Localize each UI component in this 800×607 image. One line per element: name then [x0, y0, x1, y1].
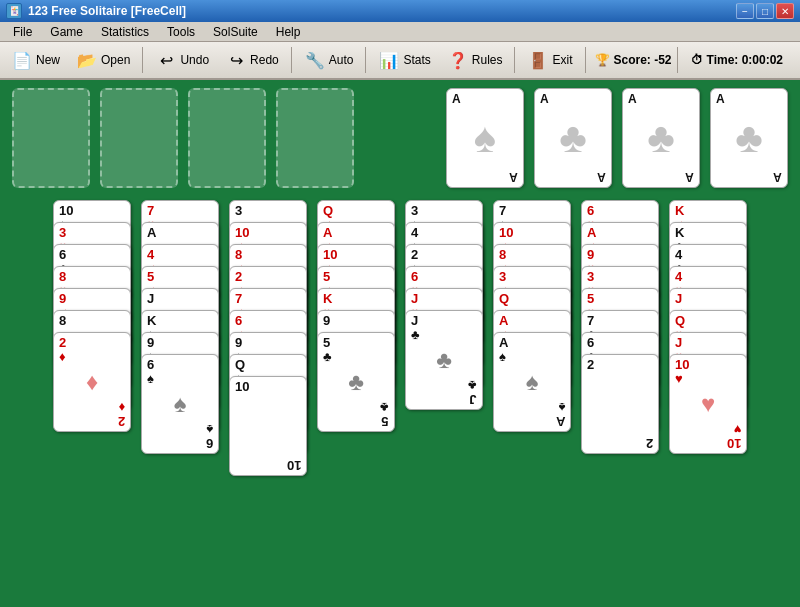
score-value: Score: -52	[614, 53, 672, 67]
foundation-pile[interactable]: A♣A	[534, 88, 612, 188]
card-placeholder[interactable]	[100, 88, 178, 188]
card-placeholder[interactable]	[188, 88, 266, 188]
open-icon: 📂	[76, 49, 98, 71]
menu-statistics[interactable]: Statistics	[92, 22, 158, 42]
exit-button[interactable]: 🚪 Exit	[520, 45, 579, 75]
app-icon: 🃏	[6, 3, 22, 19]
playing-card[interactable]: 2♦2♦♦	[53, 332, 131, 432]
window-title: 123 Free Solitaire [FreeCell]	[28, 4, 736, 18]
card-placeholder[interactable]	[276, 88, 354, 188]
time-value: Time: 0:00:02	[707, 53, 783, 67]
playing-card[interactable]: J♣J♣♣	[405, 310, 483, 410]
rules-icon: ❓	[447, 49, 469, 71]
auto-icon: 🔧	[304, 49, 326, 71]
toolbar: 📄 New 📂 Open ↩ Undo ↪ Redo 🔧 Auto 📊 Stat…	[0, 42, 800, 80]
auto-button[interactable]: 🔧 Auto	[297, 45, 361, 75]
time-area: ⏱ Time: 0:00:02	[691, 53, 783, 67]
new-icon: 📄	[11, 49, 33, 71]
playing-card[interactable]: 1010	[229, 376, 307, 476]
separator-1	[142, 47, 143, 73]
separator-6	[677, 47, 678, 73]
menu-game[interactable]: Game	[41, 22, 92, 42]
menu-bar: File Game Statistics Tools SolSuite Help	[0, 22, 800, 42]
clock-icon: ⏱	[691, 53, 703, 67]
playing-card[interactable]: 6♠6♠♠	[141, 354, 219, 454]
undo-button[interactable]: ↩ Undo	[148, 45, 216, 75]
open-button[interactable]: 📂 Open	[69, 45, 137, 75]
menu-solsuite[interactable]: SolSuite	[204, 22, 267, 42]
redo-button[interactable]: ↪ Redo	[218, 45, 286, 75]
separator-5	[585, 47, 586, 73]
window-controls: − □ ✕	[736, 3, 794, 19]
menu-file[interactable]: File	[4, 22, 41, 42]
close-button[interactable]: ✕	[776, 3, 794, 19]
separator-2	[291, 47, 292, 73]
stats-icon: 📊	[378, 49, 400, 71]
separator-3	[365, 47, 366, 73]
minimize-button[interactable]: −	[736, 3, 754, 19]
score-area: 🏆 Score: -52	[595, 53, 672, 67]
exit-icon: 🚪	[527, 49, 549, 71]
rules-button[interactable]: ❓ Rules	[440, 45, 510, 75]
menu-tools[interactable]: Tools	[158, 22, 204, 42]
playing-card[interactable]: A♠A♠♠	[493, 332, 571, 432]
score-icon: 🏆	[595, 53, 610, 67]
maximize-button[interactable]: □	[756, 3, 774, 19]
playing-card[interactable]: 22	[581, 354, 659, 454]
redo-icon: ↪	[225, 49, 247, 71]
foundation-pile[interactable]: A♣A	[710, 88, 788, 188]
playing-card[interactable]: 10♥10♥♥	[669, 354, 747, 454]
card-placeholder[interactable]	[12, 88, 90, 188]
foundation-pile[interactable]: A♣A	[622, 88, 700, 188]
separator-4	[514, 47, 515, 73]
stats-button[interactable]: 📊 Stats	[371, 45, 437, 75]
playing-card[interactable]: 5♣5♣♣	[317, 332, 395, 432]
title-bar: 🃏 123 Free Solitaire [FreeCell] − □ ✕	[0, 0, 800, 22]
menu-help[interactable]: Help	[267, 22, 310, 42]
undo-icon: ↩	[155, 49, 177, 71]
game-area: A♠AA♣AA♣AA♣A10♠10♠♠3♥3♥♥6♣6♣♣8♥8♥♥9▲9▲▲8…	[0, 80, 800, 607]
foundation-pile[interactable]: A♠A	[446, 88, 524, 188]
new-button[interactable]: 📄 New	[4, 45, 67, 75]
